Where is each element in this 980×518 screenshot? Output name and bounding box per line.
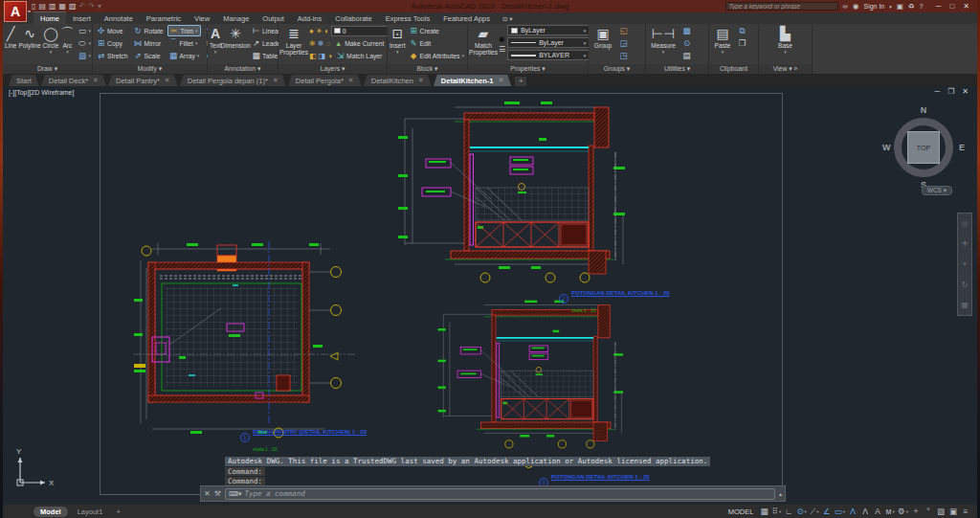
drawing-canvas[interactable]: [-][Top][2D Wireframe] ─ ❐ ✕ <box>3 86 977 505</box>
ribbon-tab-addins[interactable]: Add-ins <box>291 12 328 24</box>
color-dropdown[interactable]: ByLayer▾ <box>507 25 590 35</box>
trim-button[interactable]: ✂Trim▾ <box>167 25 202 36</box>
workspace-switching-button[interactable]: ᴍ▾ <box>884 506 896 517</box>
ribbon-options-icon[interactable]: ⊡ ▾ <box>497 13 519 24</box>
ribbon-tab-view[interactable]: View <box>188 12 216 24</box>
make-current-button[interactable]: ▴Make Current <box>332 37 386 49</box>
layer-vpfreeze-icon[interactable]: ◨ <box>319 52 326 60</box>
scale-button[interactable]: ⇗Scale <box>132 50 166 61</box>
match-properties-button[interactable]: ▰ Match Properties <box>470 25 497 64</box>
paste-button[interactable]: ▤ Paste▾ <box>711 25 734 64</box>
viewport-controls[interactable]: [-][Top][2D Wireframe] <box>9 89 74 96</box>
ribbon-tab-express-tools[interactable]: Express Tools <box>379 12 437 24</box>
rectangle-button[interactable]: ▭▾ <box>76 25 93 36</box>
customization-menu-button[interactable]: ≡ <box>960 506 971 517</box>
panel-label-view[interactable]: View ▾ » <box>759 64 812 74</box>
file-tab-detail-pergola[interactable]: Detail Pergola*✕ <box>288 75 362 86</box>
dimension-button[interactable]: ✳ Dimension <box>223 25 248 64</box>
viewcube-west[interactable]: W <box>882 143 891 152</box>
layer-thaw-icon[interactable]: ❄ <box>318 39 324 48</box>
object-snap-tracking-toggle[interactable]: ∠ <box>821 506 833 517</box>
search-binoculars-icon[interactable]: ∞ <box>843 2 848 11</box>
grid-toggle[interactable]: ▦ <box>758 506 769 517</box>
showmotion-icon[interactable]: ▦ <box>961 301 969 309</box>
close-tab-icon[interactable]: ✕ <box>418 77 424 84</box>
file-tab-detailkitchen[interactable]: DetailKitchen✕ <box>364 75 432 86</box>
close-tab-icon[interactable]: ✕ <box>93 77 99 84</box>
close-tab-icon[interactable]: ✕ <box>165 77 170 84</box>
panel-label-utilities[interactable]: Utilities ▾ <box>646 64 708 74</box>
insert-button[interactable]: ⊡ Insert▾ <box>390 25 406 64</box>
edit-block-button[interactable]: ✎Edit <box>408 37 466 49</box>
layout1-tab[interactable]: Layout1 <box>71 507 110 517</box>
units-button[interactable]: ° <box>923 506 934 517</box>
layer-freeze-icon[interactable]: ❄ <box>309 39 316 48</box>
viewcube-top-face[interactable]: TOP <box>907 131 940 164</box>
ribbon-tab-featured-apps[interactable]: Featured Apps <box>436 12 497 24</box>
base-button[interactable]: ▙ Base▾ <box>773 25 798 64</box>
help-icon[interactable]: ? <box>920 2 924 11</box>
model-tab[interactable]: Model <box>33 507 68 517</box>
create-block-button[interactable]: ⊞Create <box>408 25 466 36</box>
command-input[interactable] <box>245 489 771 498</box>
measure-button[interactable]: ⊢⊣ Measure▾ <box>648 25 679 64</box>
layer-isolate-icon[interactable]: ☀ <box>316 27 323 35</box>
application-menu-button[interactable]: A <box>4 1 27 22</box>
file-tab-detail-pantry[interactable]: Detail Pantry*✕ <box>108 75 178 86</box>
ortho-toggle[interactable]: ∟ <box>783 506 794 517</box>
copy-button[interactable]: ⊞Copy <box>95 37 130 49</box>
quick-calc-icon[interactable]: ▩ <box>680 25 693 36</box>
wcs-menu[interactable]: WCS ▾ <box>922 186 952 195</box>
annotation-scale-button[interactable]: A <box>872 506 883 517</box>
command-recent-icon[interactable]: ▴ <box>779 490 782 497</box>
app-store-icon[interactable]: ▣ <box>897 2 903 11</box>
viewcube[interactable]: TOP N S W E <box>883 107 964 188</box>
layer-walk-icon[interactable]: ◧ <box>309 52 317 60</box>
close-button[interactable]: ✕ <box>963 2 969 11</box>
rotate-button[interactable]: ↻Rotate <box>132 25 166 36</box>
file-tab-detailkitchen-1[interactable]: DetailKitchen-1✕ <box>434 75 511 86</box>
array-button[interactable]: ▦Array▾ <box>167 50 202 61</box>
navwheel-icon[interactable]: ◎ <box>962 219 969 228</box>
viewcube-east[interactable]: E <box>959 143 965 152</box>
minimize-button[interactable]: ─ <box>936 2 942 11</box>
file-tab-start[interactable]: Start <box>9 75 39 86</box>
panel-label-groups[interactable]: Groups ▾ <box>589 64 645 74</box>
ungroup-icon[interactable]: ◱ <box>617 25 630 36</box>
ribbon-tab-home[interactable]: Home <box>33 11 66 24</box>
autoscale-toggle[interactable]: Λ <box>859 506 871 517</box>
doc-close-icon[interactable]: ✕ <box>962 87 969 96</box>
annotation-visibility-toggle[interactable]: Λ <box>847 506 858 517</box>
orbit-icon[interactable]: ↻ <box>962 281 969 289</box>
ribbon-tab-manage[interactable]: Manage <box>216 12 256 24</box>
arc-button[interactable]: ⌒ Arc▾ <box>60 25 74 64</box>
circle-button[interactable]: ◯ Circle▾ <box>43 25 59 64</box>
workspace-gear-button[interactable]: ⚙▾ <box>897 506 909 517</box>
polyline-button[interactable]: ∿ Polyline <box>18 25 40 64</box>
model-space-button[interactable]: MODEL <box>728 507 754 516</box>
panel-label-modify[interactable]: Modify ▾ <box>93 64 207 74</box>
annotation-monitor-toggle[interactable]: ＋ <box>910 506 922 517</box>
ribbon-tab-insert[interactable]: Insert <box>66 12 98 24</box>
calculator-icon[interactable]: ▤ <box>680 50 693 61</box>
sign-in-button[interactable]: Sign In <box>863 3 884 10</box>
group-button[interactable]: ▣ Group <box>590 25 615 64</box>
group-select-icon[interactable]: ◳ <box>617 50 630 61</box>
close-tab-icon[interactable]: ✕ <box>498 77 503 84</box>
zoom-icon[interactable]: ⌖ <box>963 259 968 269</box>
clean-screen-button[interactable]: ▣ <box>947 506 959 517</box>
command-field[interactable]: ⌨▾ <box>225 488 775 500</box>
id-point-icon[interactable]: ⊙ <box>680 37 693 49</box>
viewcube-north[interactable]: N <box>921 105 927 115</box>
copy-clip-icon[interactable]: ⧉ <box>736 25 748 36</box>
quick-properties-toggle[interactable]: ▨ <box>935 506 947 517</box>
ellipse-button[interactable]: ⬭▾ <box>76 37 93 49</box>
command-close-icon[interactable]: ✕ <box>204 489 211 498</box>
ribbon-tab-collaborate[interactable]: Collaborate <box>328 12 378 24</box>
new-layout-button[interactable]: + <box>112 507 123 517</box>
file-tab-detail-pergola-depan[interactable]: Detail Pergola depan (1)*✕ <box>180 75 286 86</box>
ribbon-tab-output[interactable]: Output <box>256 12 291 24</box>
edit-attributes-button[interactable]: ◆Edit Attributes▾ <box>408 50 466 61</box>
polar-tracking-toggle[interactable]: ⊙▾ <box>795 506 807 517</box>
ribbon-tab-parametric[interactable]: Parametric <box>140 12 188 24</box>
